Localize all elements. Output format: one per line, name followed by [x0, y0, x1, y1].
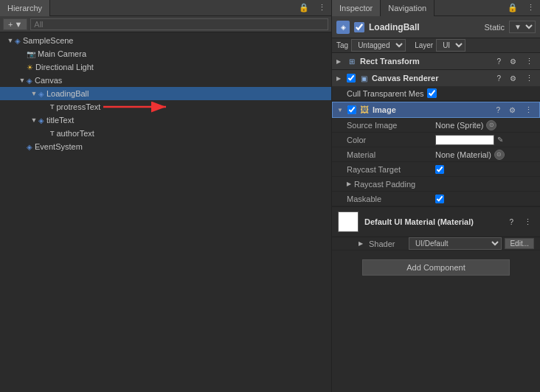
maskable-checkbox[interactable] — [435, 195, 444, 203]
dirlight-icon: ☀ — [27, 63, 33, 71]
hierarchy-tree: ▼ ◈ SampleScene 📷 Main Camera ☀ Directio… — [0, 32, 331, 392]
titletext-icon: ◈ — [38, 116, 44, 125]
image-help-icon[interactable]: ? — [494, 105, 502, 115]
loadingball-arrow: ▼ — [30, 90, 38, 97]
hierarchy-item-samplescene[interactable]: ▼ ◈ SampleScene — [0, 34, 331, 47]
inspector-top-bar: Inspector Navigation 🔒 ⋮ — [332, 0, 540, 15]
maskable-value — [435, 195, 534, 203]
add-component-section: Add Component — [332, 251, 540, 284]
image-menu-icon[interactable]: ⋮ — [522, 105, 535, 116]
hierarchy-item-maincamera[interactable]: 📷 Main Camera — [0, 47, 331, 60]
shader-edit-button[interactable]: Edit... — [505, 238, 534, 249]
authortext-icon: T — [50, 130, 55, 137]
rect-transform-settings-icon[interactable]: ⚙ — [508, 57, 519, 66]
rect-transform-menu-icon[interactable]: ⋮ — [523, 56, 536, 67]
inspector-actions: 🔒 ⋮ — [505, 2, 540, 13]
tag-label: Tag — [336, 41, 348, 49]
hierarchy-tab[interactable]: Hierarchy — [0, 0, 50, 16]
image-settings-icon[interactable]: ⚙ — [507, 105, 518, 115]
rect-transform-header[interactable]: ▶ ⊞ Rect Transform ? ⚙ ⋮ — [332, 53, 540, 69]
rect-transform-arrow: ▶ — [336, 58, 344, 65]
main-content: + ▼ ▼ ◈ SampleScene 📷 Main Camera — [0, 16, 540, 392]
color-row: Color ✎ — [332, 133, 540, 147]
shader-dropdown[interactable]: UI/Default — [409, 237, 502, 250]
tag-dropdown[interactable]: Untagged — [351, 39, 406, 52]
canvas-renderer-header[interactable]: ▶ ▣ Canvas Renderer ? ⚙ ⋮ — [332, 70, 540, 86]
hierarchy-item-directionallight[interactable]: ☀ Directional Light — [0, 60, 331, 74]
hierarchy-item-eventsystem[interactable]: ◈ EventSystem — [0, 140, 331, 153]
material-help-icon[interactable]: ? — [507, 217, 516, 227]
protresstext-icon: T — [50, 103, 55, 111]
image-icon: 🖼 — [359, 105, 370, 115]
color-label: Color — [347, 136, 435, 144]
cull-transparent-checkbox[interactable] — [427, 88, 437, 98]
canvas-icon: ◈ — [27, 77, 32, 85]
raycast-padding-expand: ▶ — [347, 181, 354, 187]
image-enabled-checkbox[interactable] — [347, 105, 356, 114]
inspector-body: ▶ ⊞ Rect Transform ? ⚙ ⋮ ▶ ▣ Canvas Rend… — [332, 53, 540, 392]
hierarchy-item-canvas[interactable]: ▼ ◈ Canvas — [0, 74, 331, 87]
canvas-label: Canvas — [35, 76, 62, 85]
canvas-renderer-section: ▶ ▣ Canvas Renderer ? ⚙ ⋮ Cull Transpare… — [332, 70, 540, 102]
material-prop-value: None (Material) ⊙ — [435, 150, 534, 160]
pencil-icon[interactable]: ✎ — [497, 136, 503, 144]
hierarchy-panel: + ▼ ▼ ◈ SampleScene 📷 Main Camera — [0, 16, 332, 392]
raycast-target-row: Raycast Target — [332, 162, 540, 177]
hierarchy-add-button[interactable]: + ▼ — [3, 18, 27, 30]
shader-expand-arrow: ▶ — [359, 240, 363, 247]
hierarchy-item-loadingball[interactable]: ▼ ◈ LoadingBall — [0, 87, 331, 100]
navigation-tab[interactable]: Navigation — [381, 0, 435, 16]
add-component-button[interactable]: Add Component — [362, 259, 510, 276]
shader-label: Shader — [369, 239, 406, 248]
canvas-renderer-icon: ▣ — [359, 73, 369, 83]
raycast-padding-label: Raycast Padding — [354, 180, 443, 189]
material-menu-icon[interactable]: ⋮ — [522, 217, 534, 228]
hierarchy-lock-icon[interactable]: 🔒 — [297, 2, 311, 13]
hierarchy-search-input[interactable] — [30, 18, 328, 30]
inspector-tab[interactable]: Inspector — [332, 0, 381, 16]
image-component-name: Image — [373, 105, 491, 114]
samplescene-arrow: ▼ — [6, 37, 15, 44]
gameobject-icon: ◈ — [336, 21, 350, 34]
static-label: Static — [484, 23, 505, 32]
canvas-renderer-settings-icon[interactable]: ⚙ — [508, 74, 519, 83]
hierarchy-item-authortext[interactable]: T authorText — [0, 127, 331, 140]
titletext-arrow: ▼ — [30, 116, 38, 124]
rect-transform-icon: ⊞ — [347, 56, 357, 66]
cull-transparent-row: Cull Transparent Mes — [332, 86, 540, 101]
material-pick-button[interactable]: ⊙ — [494, 150, 505, 160]
maincamera-label: Main Camera — [38, 49, 86, 58]
source-image-pick-button[interactable]: ⊙ — [486, 120, 496, 130]
rect-transform-section: ▶ ⊞ Rect Transform ? ⚙ ⋮ — [332, 53, 540, 70]
titletext-label: titleText — [46, 116, 74, 125]
hierarchy-menu-icon[interactable]: ⋮ — [316, 2, 328, 13]
samplescene-icon: ◈ — [15, 37, 21, 45]
layer-dropdown[interactable]: UI — [436, 39, 465, 52]
hierarchy-item-titletext[interactable]: ▼ ◈ titleText — [0, 113, 331, 127]
canvas-renderer-name: Canvas Renderer — [372, 74, 491, 83]
eventsystem-icon: ◈ — [27, 143, 32, 151]
canvas-renderer-menu-icon[interactable]: ⋮ — [523, 73, 536, 84]
maincamera-icon: 📷 — [27, 50, 35, 58]
color-swatch[interactable] — [435, 135, 494, 145]
inspector-lock-icon[interactable]: 🔒 — [505, 2, 520, 13]
canvas-renderer-help-icon[interactable]: ? — [494, 74, 503, 83]
source-image-label: Source Image — [347, 121, 435, 130]
maskable-row: Maskable — [332, 192, 540, 206]
source-image-row: Source Image None (Sprite) ⊙ — [332, 118, 540, 133]
static-dropdown[interactable]: ▼ — [509, 21, 536, 33]
raycast-target-checkbox[interactable] — [435, 165, 444, 174]
hierarchy-item-protresstext[interactable]: T protressText — [0, 100, 331, 113]
image-header[interactable]: ▼ 🖼 Image ? ⚙ ⋮ — [332, 102, 540, 118]
gameobject-active-checkbox[interactable] — [354, 22, 364, 32]
material-prop-label: Material — [347, 150, 435, 159]
raycast-padding-row: ▶ Raycast Padding — [332, 177, 540, 192]
rect-transform-help-icon[interactable]: ? — [494, 57, 503, 66]
canvas-renderer-enabled-checkbox[interactable] — [347, 74, 356, 83]
inspector-menu-icon[interactable]: ⋮ — [525, 2, 537, 13]
top-bar: Hierarchy 🔒 ⋮ Inspector Navigation 🔒 ⋮ — [0, 0, 540, 16]
image-section: ▼ 🖼 Image ? ⚙ ⋮ Source Image None (Sprit… — [332, 102, 540, 207]
hierarchy-actions: 🔒 ⋮ — [297, 2, 331, 13]
image-arrow: ▼ — [337, 107, 345, 113]
inspector-tab-label: Inspector — [339, 4, 373, 13]
